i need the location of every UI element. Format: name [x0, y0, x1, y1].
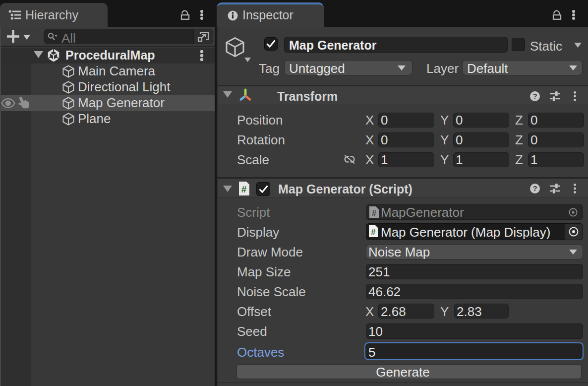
- svg-text:#: #: [241, 184, 247, 194]
- svg-text:#: #: [371, 227, 376, 237]
- svg-text:?: ?: [532, 92, 537, 100]
- svg-text:#: #: [372, 209, 376, 217]
- svg-text:?: ?: [532, 184, 537, 193]
